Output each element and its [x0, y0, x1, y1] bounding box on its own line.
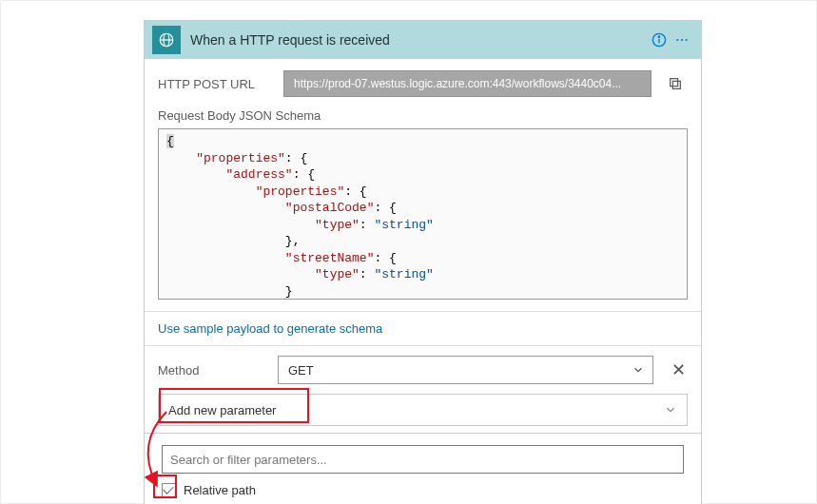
relative-path-label: Relative path: [184, 483, 256, 497]
card-title: When a HTTP request is received: [190, 32, 648, 48]
schema-editor[interactable]: { "properties": { "address": { "properti…: [158, 128, 688, 300]
copy-url-icon[interactable]: [663, 71, 688, 96]
svg-point-8: [686, 39, 688, 41]
svg-point-5: [658, 36, 659, 37]
use-sample-payload-link[interactable]: Use sample payload to generate schema: [158, 321, 382, 336]
add-new-parameter-dropdown[interactable]: Add new parameter: [158, 394, 688, 426]
chevron-down-icon: [632, 363, 645, 379]
chevron-down-icon: [664, 403, 677, 419]
card-header: When a HTTP request is received: [145, 21, 701, 59]
parameter-option-row[interactable]: Relative path: [162, 483, 684, 497]
http-post-url-value[interactable]: https://prod-07.westus.logic.azure.com:4…: [283, 70, 652, 97]
add-new-parameter-label: Add new parameter: [159, 403, 285, 417]
schema-label: Request Body JSON Schema: [158, 108, 688, 123]
http-post-url-label: HTTP POST URL: [158, 77, 272, 91]
more-icon[interactable]: [671, 32, 693, 48]
svg-rect-10: [671, 79, 678, 87]
method-value: GET: [288, 363, 314, 378]
method-select[interactable]: GET: [278, 356, 653, 384]
remove-method-icon[interactable]: ✕: [669, 359, 688, 380]
info-icon[interactable]: [648, 32, 671, 48]
trigger-card: When a HTTP request is received HTTP POS…: [144, 20, 702, 440]
relative-path-checkbox[interactable]: [162, 483, 176, 497]
method-label: Method: [158, 363, 263, 378]
svg-point-6: [676, 39, 678, 41]
svg-point-7: [681, 39, 683, 41]
parameter-search-input[interactable]: [162, 445, 684, 474]
svg-rect-9: [672, 81, 680, 88]
parameter-dropdown-panel: Relative path: [144, 433, 702, 504]
http-trigger-icon: [152, 26, 181, 54]
